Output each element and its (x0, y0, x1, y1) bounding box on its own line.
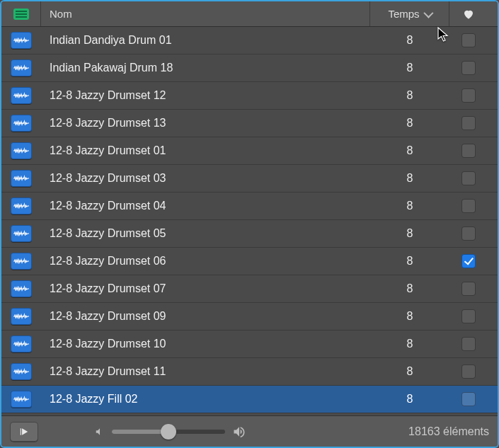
view-menu-button[interactable] (1, 1, 41, 26)
loop-type-cell (1, 391, 41, 408)
loop-name-cell: 12-8 Jazzy Drumset 13 (41, 117, 370, 130)
audio-loop-icon (11, 32, 32, 49)
loop-type-cell (1, 59, 41, 76)
table-header: Nom Temps (1, 1, 498, 27)
loop-temps-cell: 8 (370, 144, 449, 157)
loop-temps-cell: 8 (370, 365, 449, 378)
column-header-name[interactable]: Nom (41, 1, 370, 26)
loop-favorite-cell (449, 254, 488, 268)
loop-type-cell (1, 115, 41, 132)
table-row[interactable]: 12-8 Jazzy Drumset 078 (1, 275, 498, 303)
favorite-checkbox[interactable] (461, 337, 476, 351)
loop-favorite-cell (449, 282, 488, 296)
loop-favorite-cell (449, 309, 488, 323)
loop-type-cell (1, 308, 41, 325)
loop-name-cell: Indian Dandiya Drum 01 (41, 34, 370, 47)
loop-name-cell: 12-8 Jazzy Drumset 04 (41, 200, 370, 212)
volume-slider[interactable] (112, 430, 225, 434)
audio-loop-icon (11, 363, 32, 380)
table-row[interactable]: 12-8 Jazzy Drumset 108 (1, 331, 498, 358)
volume-control (95, 425, 246, 439)
favorite-checkbox[interactable] (461, 199, 476, 213)
loop-name-cell: 12-8 Jazzy Drumset 05 (41, 227, 370, 240)
chevron-down-icon (423, 8, 433, 18)
audio-loop-icon (11, 335, 32, 352)
table-row[interactable]: 12-8 Jazzy Drumset 048 (1, 193, 498, 220)
table-row[interactable]: 12-8 Jazzy Drumset 098 (1, 303, 498, 331)
table-row[interactable]: Indian Pakawaj Drum 188 (1, 54, 498, 82)
favorite-checkbox[interactable] (461, 144, 476, 158)
loop-name-cell: 12-8 Jazzy Drumset 03 (41, 172, 370, 185)
favorite-checkbox[interactable] (461, 364, 476, 379)
loop-temps-cell: 8 (370, 62, 449, 74)
favorite-checkbox[interactable] (461, 226, 476, 241)
loop-name-cell: 12-8 Jazzy Drumset 01 (41, 144, 370, 157)
loop-type-cell (1, 197, 41, 214)
loop-favorite-cell (449, 364, 488, 379)
list-view-icon (13, 8, 29, 20)
volume-high-icon (232, 425, 246, 439)
loop-favorite-cell (449, 144, 488, 158)
favorite-checkbox[interactable] (461, 116, 476, 130)
loop-name-cell: 12-8 Jazzy Fill 02 (41, 393, 370, 406)
heart-icon (462, 8, 475, 21)
table-row[interactable]: Indian Dandiya Drum 018 (1, 27, 498, 54)
loop-name-cell: 12-8 Jazzy Drumset 12 (41, 89, 370, 102)
audio-loop-icon (11, 59, 32, 76)
audio-loop-icon (11, 308, 32, 325)
volume-slider-thumb[interactable] (161, 424, 176, 440)
loop-type-cell (1, 142, 41, 159)
table-row[interactable]: 12-8 Jazzy Drumset 138 (1, 110, 498, 137)
loop-temps-cell: 8 (370, 34, 449, 47)
table-row[interactable]: 12-8 Jazzy Drumset 018 (1, 137, 498, 165)
audio-loop-icon (11, 280, 32, 297)
audio-loop-icon (11, 391, 32, 408)
favorite-checkbox[interactable] (461, 88, 476, 103)
favorite-checkbox[interactable] (461, 254, 476, 268)
table-row[interactable]: 12-8 Jazzy Drumset 128 (1, 82, 498, 110)
audio-loop-icon (11, 170, 32, 187)
favorite-checkbox[interactable] (461, 282, 476, 296)
loop-temps-cell: 8 (370, 282, 449, 295)
favorite-checkbox[interactable] (461, 309, 476, 323)
loop-type-cell (1, 335, 41, 352)
audio-loop-icon (11, 197, 32, 214)
loop-favorite-cell (449, 61, 488, 75)
preview-play-button[interactable] (10, 422, 38, 442)
column-header-temps-label: Temps (388, 8, 419, 20)
table-row[interactable]: 12-8 Jazzy Drumset 038 (1, 165, 498, 193)
loop-temps-cell: 8 (370, 310, 449, 323)
table-row[interactable]: 12-8 Jazzy Drumset 068 (1, 248, 498, 275)
loop-type-cell (1, 170, 41, 187)
favorite-checkbox[interactable] (461, 33, 476, 47)
audio-loop-icon (11, 142, 32, 159)
loop-temps-cell: 8 (370, 393, 449, 406)
loop-favorite-cell (449, 33, 488, 47)
loop-temps-cell: 8 (370, 117, 449, 130)
column-header-favorite[interactable] (449, 1, 488, 26)
item-count-label: 18163 éléments (408, 425, 489, 438)
loop-favorite-cell (449, 171, 488, 185)
table-row[interactable]: 12-8 Jazzy Drumset 058 (1, 220, 498, 248)
favorite-checkbox[interactable] (461, 171, 476, 185)
column-header-temps[interactable]: Temps (370, 1, 449, 26)
loop-type-cell (1, 363, 41, 380)
loop-type-cell (1, 87, 41, 104)
loop-temps-cell: 8 (370, 172, 449, 185)
table-row[interactable]: 12-8 Jazzy Drumset 118 (1, 358, 498, 386)
loop-temps-cell: 8 (370, 338, 449, 350)
audio-loop-icon (11, 115, 32, 132)
favorite-checkbox[interactable] (461, 61, 476, 75)
loop-favorite-cell (449, 199, 488, 213)
loop-favorite-cell (449, 116, 488, 130)
table-row[interactable]: 12-8 Jazzy Fill 028 (1, 386, 498, 413)
audio-loop-icon (11, 225, 32, 242)
loop-favorite-cell (449, 337, 488, 351)
loop-favorite-cell (449, 88, 488, 103)
volume-low-icon (95, 427, 105, 437)
favorite-checkbox[interactable] (461, 392, 476, 406)
loop-name-cell: 12-8 Jazzy Drumset 10 (41, 338, 370, 350)
loop-list[interactable]: Indian Dandiya Drum 018Indian Pakawaj Dr… (1, 27, 498, 415)
loop-type-cell (1, 253, 41, 270)
loop-type-cell (1, 280, 41, 297)
